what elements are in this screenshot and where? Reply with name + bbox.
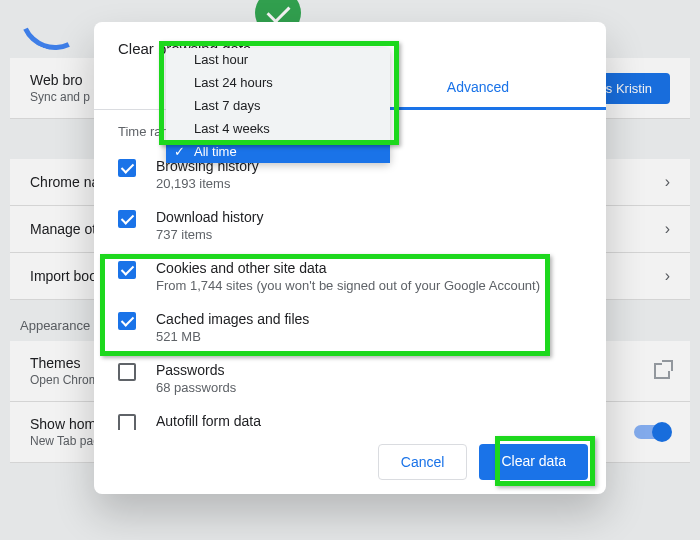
option-sublabel: 521 MB (156, 329, 582, 344)
dropdown-option-last-hour[interactable]: Last hour (166, 48, 390, 71)
checkbox[interactable] (118, 159, 136, 177)
dropdown-option-all-time[interactable]: All time (166, 140, 390, 163)
option-label: Passwords (156, 362, 582, 378)
option-passwords[interactable]: Passwords 68 passwords (118, 353, 582, 404)
checkbox[interactable] (118, 312, 136, 330)
option-sublabel: 68 passwords (156, 380, 582, 395)
option-label: Cookies and other site data (156, 260, 582, 276)
option-sublabel: 737 items (156, 227, 582, 242)
option-label: Download history (156, 209, 582, 225)
option-label: Autofill form data (156, 413, 582, 429)
clear-data-button[interactable]: Clear data (479, 444, 588, 480)
option-download-history[interactable]: Download history 737 items (118, 200, 582, 251)
option-cached[interactable]: Cached images and files 521 MB (118, 302, 582, 353)
option-sublabel: 20,193 items (156, 176, 582, 191)
cancel-button[interactable]: Cancel (378, 444, 468, 480)
checkbox[interactable] (118, 261, 136, 279)
option-autofill[interactable]: Autofill form data (118, 404, 582, 430)
option-cookies[interactable]: Cookies and other site data From 1,744 s… (118, 251, 582, 302)
dropdown-option-last-7[interactable]: Last 7 days (166, 94, 390, 117)
checkbox[interactable] (118, 414, 136, 430)
dropdown-option-last-4w[interactable]: Last 4 weeks (166, 117, 390, 140)
dialog-footer: Cancel Clear data (94, 430, 606, 494)
checkbox[interactable] (118, 210, 136, 228)
time-range-dropdown[interactable]: Last hour Last 24 hours Last 7 days Last… (166, 48, 390, 163)
checkbox[interactable] (118, 363, 136, 381)
option-sublabel: From 1,744 sites (you won't be signed ou… (156, 278, 582, 293)
dropdown-option-last-24[interactable]: Last 24 hours (166, 71, 390, 94)
option-label: Cached images and files (156, 311, 582, 327)
